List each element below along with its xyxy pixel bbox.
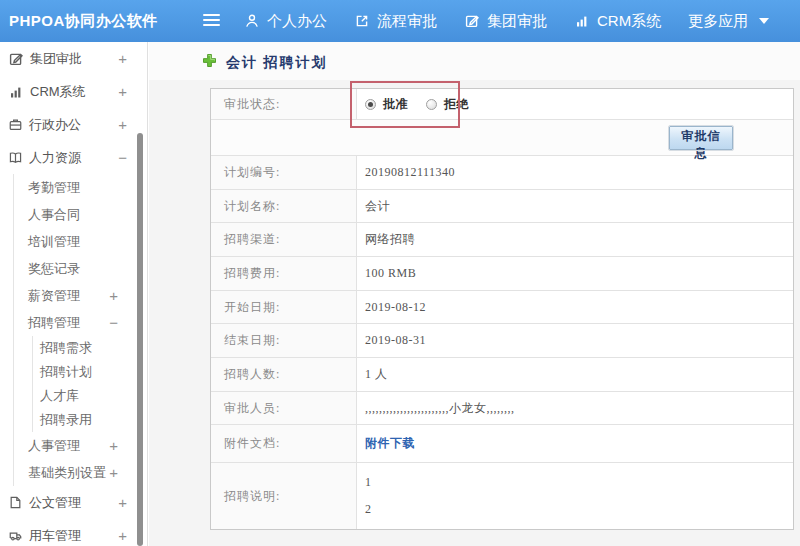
table-row: 审批人员:,,,,,,,,,,,,,,,,,,,,,,,,小龙女,,,,,,,, xyxy=(211,392,793,425)
field-label: 附件文档: xyxy=(211,425,357,462)
sidebar-item-label: 奖惩记录 xyxy=(28,260,80,278)
attachment-download-link[interactable]: 附件下载 xyxy=(365,435,415,452)
briefcase-icon xyxy=(8,117,23,132)
field-value: 20190812111340 xyxy=(357,156,793,189)
field-label: 结束日期: xyxy=(211,324,357,357)
field-value: 100 RMB xyxy=(357,257,793,290)
car-icon xyxy=(8,528,23,543)
sidebar-item-招聘录用[interactable]: 招聘录用 xyxy=(33,408,147,432)
radio-label: 拒绝 xyxy=(444,96,469,113)
expand-plus-icon[interactable]: + xyxy=(109,438,118,453)
sidebar-item-label: 行政办公 xyxy=(29,116,81,134)
expand-plus-icon[interactable]: + xyxy=(118,84,127,99)
sidebar-item-label: 招聘管理 xyxy=(28,314,80,332)
field-label: 招聘费用: xyxy=(211,257,357,290)
app-window: PHPOA协同办公软件 个人办公流程审批集团审批CRM系统更多应用 集团审批+C… xyxy=(0,0,800,546)
sidebar-item-label: 招聘计划 xyxy=(40,363,92,381)
collapse-minus-icon[interactable]: − xyxy=(118,150,127,165)
sidebar-item-label: 人才库 xyxy=(40,387,79,405)
field-label: 审批人员: xyxy=(211,392,357,424)
sidebar-item-培训管理[interactable]: 培训管理 xyxy=(14,228,147,255)
sidebar-item-label: 培训管理 xyxy=(28,233,80,251)
radio-label: 批准 xyxy=(383,96,408,113)
bar-chart-icon xyxy=(574,13,590,29)
app-logo: PHPOA协同办公软件 xyxy=(9,0,158,42)
sidebar-item-招聘计划[interactable]: 招聘计划 xyxy=(33,360,147,384)
expand-plus-icon[interactable]: + xyxy=(118,117,127,132)
field-value: 网络招聘 xyxy=(357,223,793,256)
radio-approve[interactable] xyxy=(365,99,376,110)
field-value: 2019-08-31 xyxy=(357,324,793,357)
field-label: 招聘渠道: xyxy=(211,223,357,256)
expand-plus-icon[interactable]: + xyxy=(109,465,118,480)
expand-plus-icon[interactable]: + xyxy=(109,288,118,303)
sidebar-item-label: 用车管理 xyxy=(29,527,81,545)
sidebar-item-考勤管理[interactable]: 考勤管理 xyxy=(14,174,147,201)
topnav-item-5[interactable]: 更多应用 xyxy=(688,12,769,31)
table-row: 结束日期:2019-08-31 xyxy=(211,324,793,358)
sidebar-item-奖惩记录[interactable]: 奖惩记录 xyxy=(14,255,147,282)
sidebar-item-人才库[interactable]: 人才库 xyxy=(33,384,147,408)
sidebar-item-人事管理[interactable]: 人事管理+ xyxy=(14,432,147,459)
add-icon xyxy=(202,53,217,72)
sidebar-item-人事合同[interactable]: 人事合同 xyxy=(14,201,147,228)
sidebar-item-公文管理[interactable]: 公文管理+ xyxy=(0,486,147,519)
radio-reject[interactable] xyxy=(426,99,437,110)
table-row: 开始日期:2019-08-12 xyxy=(211,291,793,324)
sidebar-item-集团审批[interactable]: 集团审批+ xyxy=(0,42,147,75)
sidebar-item-基础类别设置[interactable]: 基础类别设置+ xyxy=(14,459,147,486)
expand-plus-icon[interactable]: + xyxy=(118,528,127,543)
expand-plus-icon[interactable]: + xyxy=(118,495,127,510)
collapse-minus-icon[interactable]: − xyxy=(109,315,118,330)
field-label: 招聘人数: xyxy=(211,358,357,391)
description-line: 1 xyxy=(365,475,372,490)
sidebar-scrollbar[interactable] xyxy=(137,133,143,546)
field-value: 2019-08-12 xyxy=(357,291,793,323)
approval-info-button[interactable]: 审批信息 xyxy=(669,126,733,150)
expand-plus-icon[interactable]: + xyxy=(118,51,127,66)
sidebar-item-label: CRM系统 xyxy=(30,83,86,101)
sidebar-item-label: 招聘录用 xyxy=(40,411,92,429)
sidebar-item-招聘需求[interactable]: 招聘需求 xyxy=(33,336,147,360)
button-row: 审批信息 xyxy=(211,120,793,156)
sidebar-item-人力资源[interactable]: 人力资源− xyxy=(0,141,147,174)
sidebar-item-label: 基础类别设置 xyxy=(28,464,106,482)
table-row: 附件文档:附件下载 xyxy=(211,425,793,463)
topnav-label: 集团审批 xyxy=(487,12,547,31)
bar-chart-icon xyxy=(8,84,24,100)
sidebar-item-label: 人事管理 xyxy=(28,437,80,455)
table-row: 计划名称:会计 xyxy=(211,190,793,223)
sidebar-item-label: 人事合同 xyxy=(28,206,80,224)
sidebar-item-行政办公[interactable]: 行政办公+ xyxy=(0,108,147,141)
field-label: 计划名称: xyxy=(211,190,357,222)
sidebar-item-招聘管理[interactable]: 招聘管理− xyxy=(14,309,147,336)
field-value: 1 人 xyxy=(357,358,793,391)
topnav-label: 更多应用 xyxy=(688,12,748,31)
topnav-item-3[interactable]: 集团审批 xyxy=(464,12,547,31)
field-value: ,,,,,,,,,,,,,,,,,,,,,,,,小龙女,,,,,,,, xyxy=(357,392,793,424)
sidebar-item-label: 集团审批 xyxy=(30,50,82,68)
page-title: 会计 招聘计划 xyxy=(202,53,328,72)
status-option-批准: 批准 xyxy=(365,96,408,113)
topnav-label: 流程审批 xyxy=(377,12,437,31)
topnav-label: CRM系统 xyxy=(597,12,661,31)
table-row: 招聘费用:100 RMB xyxy=(211,257,793,291)
topnav-item-1[interactable]: 个人办公 xyxy=(244,12,327,31)
person-icon xyxy=(244,13,260,29)
sidebar: 集团审批+CRM系统+行政办公+人力资源−考勤管理人事合同培训管理奖惩记录薪资管… xyxy=(0,42,148,546)
sidebar-item-薪资管理[interactable]: 薪资管理+ xyxy=(14,282,147,309)
description-line: 2 xyxy=(365,502,372,517)
sidebar-item-CRM系统[interactable]: CRM系统+ xyxy=(0,75,147,108)
sidebar-item-label: 公文管理 xyxy=(29,494,81,512)
sidebar-item-用车管理[interactable]: 用车管理+ xyxy=(0,519,147,546)
topnav-item-2[interactable]: 流程审批 xyxy=(354,12,437,31)
field-label: 计划编号: xyxy=(211,156,357,189)
sidebar-item-label: 人力资源 xyxy=(29,149,81,167)
topnav-item-4[interactable]: CRM系统 xyxy=(574,12,661,31)
table-row: 招聘渠道:网络招聘 xyxy=(211,223,793,257)
sidebar-item-label: 薪资管理 xyxy=(28,287,80,305)
table-row: 招聘说明:12 xyxy=(211,463,793,529)
field-value: 附件下载 xyxy=(357,425,793,462)
menu-toggle-icon[interactable] xyxy=(203,14,220,28)
field-label: 开始日期: xyxy=(211,291,357,323)
